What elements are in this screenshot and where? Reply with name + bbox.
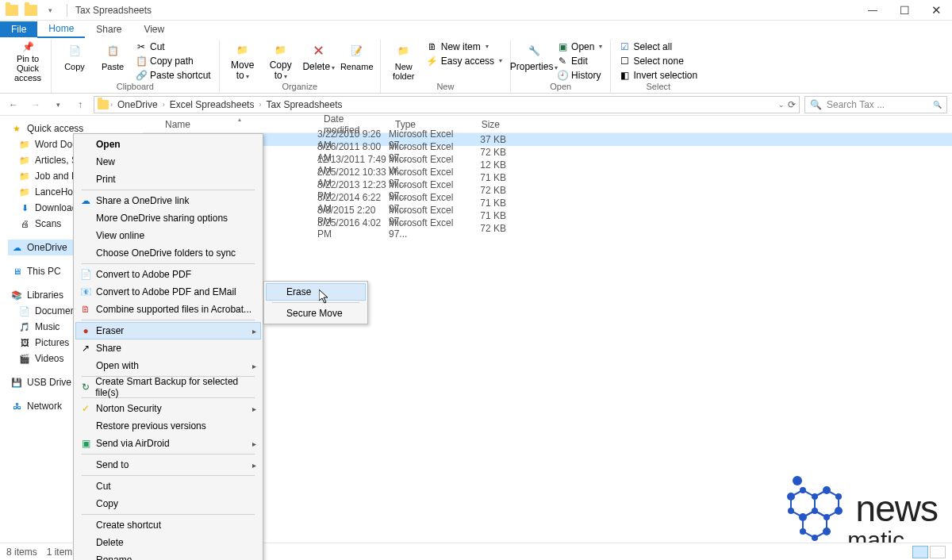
ctx-convert-email[interactable]: 📧Convert to Adobe PDF and EMail bbox=[75, 283, 261, 301]
paste-button[interactable]: 📋 Paste bbox=[94, 40, 131, 81]
file-row[interactable]: xpenses.xls3/22/2014 6:22 AMMicrosoft Ex… bbox=[143, 197, 952, 209]
move-to-icon: 📁 bbox=[233, 41, 252, 59]
ctx-choose-folders[interactable]: Choose OneDrive folders to sync bbox=[75, 244, 261, 262]
usb-icon: 💾 bbox=[11, 377, 22, 388]
ctx-convert-pdf[interactable]: 📄Convert to Adobe PDF bbox=[75, 266, 261, 283]
forward-button[interactable]: → bbox=[27, 96, 44, 113]
copy-path-button[interactable]: 📋Copy path bbox=[132, 54, 214, 67]
open-button[interactable]: ▣Open▾ bbox=[554, 40, 605, 53]
edit-icon: ✎ bbox=[557, 56, 568, 67]
svg-point-11 bbox=[812, 535, 818, 541]
copy-button[interactable]: 📄 Copy bbox=[56, 40, 93, 81]
paste-shortcut-button[interactable]: 🔗Paste shortcut bbox=[132, 68, 214, 82]
ctx-restore[interactable]: Restore previous versions bbox=[75, 417, 261, 435]
new-folder-button[interactable]: 📁 New folder bbox=[386, 40, 422, 81]
ctx-norton[interactable]: ✓Norton Security▸ bbox=[75, 400, 261, 417]
search-icon: 🔍 bbox=[810, 99, 822, 110]
addr-dropdown-icon[interactable]: ⌄ bbox=[778, 101, 785, 109]
folder-icon: 📁 bbox=[19, 171, 30, 182]
ctx-rename[interactable]: Rename bbox=[75, 551, 261, 560]
svg-point-13 bbox=[793, 476, 802, 485]
svg-point-12 bbox=[800, 528, 806, 535]
up-button[interactable]: ↑ bbox=[71, 96, 89, 113]
thumbnails-view-button[interactable] bbox=[930, 546, 946, 558]
tab-view[interactable]: View bbox=[132, 21, 175, 37]
properties-button[interactable]: 🔧 Properties▾ bbox=[516, 40, 552, 81]
ctx-eraser[interactable]: ●Eraser▸ bbox=[75, 322, 261, 339]
file-size: 71 KB bbox=[462, 172, 506, 183]
file-row[interactable]: xpenses.xls3/22/2010 9:26 AMMicrosoft Ex… bbox=[143, 133, 952, 146]
easy-access-button[interactable]: ⚡Easy access▾ bbox=[424, 54, 505, 67]
file-size: 12 KB bbox=[462, 159, 506, 171]
address-bar[interactable]: › OneDrive › Excel Spreadsheets › Tax Sp… bbox=[94, 96, 800, 113]
details-view-button[interactable] bbox=[912, 546, 928, 558]
breadcrumb-item[interactable]: OneDrive bbox=[114, 99, 161, 110]
ctx-cut[interactable]: Cut bbox=[75, 478, 261, 495]
move-to-button[interactable]: 📁 Move to▾ bbox=[225, 40, 261, 81]
column-size[interactable]: Size bbox=[462, 119, 506, 130]
delete-button[interactable]: ✕ Delete▾ bbox=[301, 40, 337, 81]
qat-open-folder-icon[interactable] bbox=[22, 2, 40, 19]
cut-button[interactable]: ✂Cut bbox=[132, 40, 214, 53]
copy-to-button[interactable]: 📁 Copy to▾ bbox=[263, 40, 299, 81]
refresh-icon[interactable]: ⟳ bbox=[788, 99, 796, 110]
breadcrumb-item[interactable]: Tax Spreadsheets bbox=[263, 99, 345, 110]
select-none-button[interactable]: ☐Select none bbox=[616, 54, 701, 67]
ctx-sendto[interactable]: Send to▸ bbox=[75, 456, 261, 474]
tab-home[interactable]: Home bbox=[37, 21, 85, 38]
search-input[interactable]: 🔍 Search Tax ... 🔍 bbox=[804, 96, 947, 113]
recent-dropdown[interactable]: ▾ bbox=[49, 96, 67, 113]
submenu-erase[interactable]: Erase bbox=[266, 283, 366, 301]
ctx-smart-backup[interactable]: ↻Create Smart Backup for selected file(s… bbox=[75, 378, 261, 396]
close-button[interactable]: ✕ bbox=[920, 0, 952, 21]
file-row[interactable]: xpenses.xls3/22/2013 12:23 PMMicrosoft E… bbox=[143, 184, 952, 197]
tab-share[interactable]: Share bbox=[85, 21, 132, 37]
ctx-share-onedrive[interactable]: ☁Share a OneDrive link bbox=[75, 192, 261, 209]
clipboard-group-label: Clipboard bbox=[56, 82, 214, 93]
file-row[interactable]: xpenses.xls3/25/2016 4:02 PMMicrosoft Ex… bbox=[143, 222, 952, 235]
context-submenu-eraser: Erase Secure Move bbox=[263, 281, 368, 324]
ctx-create-shortcut[interactable]: Create shortcut bbox=[75, 516, 261, 534]
file-row[interactable]: xpenses.xls3/26/2011 8:00 AMMicrosoft Ex… bbox=[143, 146, 952, 159]
breadcrumb-item[interactable]: Excel Spreadsheets bbox=[167, 99, 258, 110]
ctx-open[interactable]: Open bbox=[75, 136, 261, 153]
ctx-view-online[interactable]: View online bbox=[75, 227, 261, 244]
ctx-share[interactable]: ↗Share bbox=[75, 339, 261, 357]
folder-icon: 📁 bbox=[19, 155, 30, 166]
submenu-secure-move[interactable]: Secure Move bbox=[266, 305, 366, 322]
ctx-combine[interactable]: 🗎Combine supported files in Acrobat... bbox=[75, 301, 261, 318]
invert-selection-button[interactable]: ◧Invert selection bbox=[616, 68, 701, 82]
minimize-button[interactable]: — bbox=[857, 0, 889, 21]
ctx-delete[interactable]: Delete bbox=[75, 534, 261, 551]
search-dropdown-icon[interactable]: 🔍 bbox=[933, 101, 942, 109]
column-name[interactable]: Name▴ bbox=[159, 119, 317, 130]
rename-icon: 📝 bbox=[347, 41, 367, 60]
back-button[interactable]: ← bbox=[5, 96, 22, 113]
submenu-arrow-icon: ▸ bbox=[252, 439, 256, 448]
ctx-new[interactable]: New bbox=[75, 153, 261, 171]
svg-point-3 bbox=[823, 486, 831, 494]
new-item-button[interactable]: 🗎New item▾ bbox=[424, 40, 505, 53]
file-size: 71 KB bbox=[462, 210, 506, 221]
file-row[interactable]: xpenses.xls2/25/2012 10:33 AMMicrosoft E… bbox=[143, 171, 952, 184]
edit-button[interactable]: ✎Edit bbox=[554, 54, 605, 67]
history-button[interactable]: 🕘History bbox=[554, 68, 605, 82]
pin-icon: 📌 bbox=[18, 41, 37, 52]
context-menu: Open New Print ☁Share a OneDrive link Mo… bbox=[73, 133, 263, 560]
backup-icon: ↻ bbox=[79, 380, 92, 394]
ctx-airdroid[interactable]: ▣Send via AirDroid▸ bbox=[75, 435, 261, 452]
qat-dropdown-icon[interactable]: ▾ bbox=[41, 2, 59, 19]
ctx-print[interactable]: Print bbox=[75, 171, 261, 188]
pin-quick-access-button[interactable]: 📌 Pin to Quick access bbox=[10, 40, 46, 81]
select-all-button[interactable]: ☑Select all bbox=[616, 40, 701, 53]
file-row[interactable]: xpenses.xls3/8/2015 2:20 PMMicrosoft Exc… bbox=[143, 209, 952, 222]
file-row[interactable]: le.xlsx12/13/2011 7:49 AMMicrosoft Excel… bbox=[143, 159, 952, 171]
maximize-button[interactable]: ☐ bbox=[889, 0, 920, 21]
rename-button[interactable]: 📝 Rename bbox=[339, 40, 375, 81]
ctx-more-onedrive[interactable]: More OneDrive sharing options bbox=[75, 209, 261, 227]
documents-icon: 📄 bbox=[19, 305, 30, 316]
ctx-open-with[interactable]: Open with▸ bbox=[75, 357, 261, 374]
cut-icon: ✂ bbox=[136, 41, 147, 52]
tab-file[interactable]: File bbox=[0, 21, 37, 37]
ctx-copy[interactable]: Copy bbox=[75, 495, 261, 512]
